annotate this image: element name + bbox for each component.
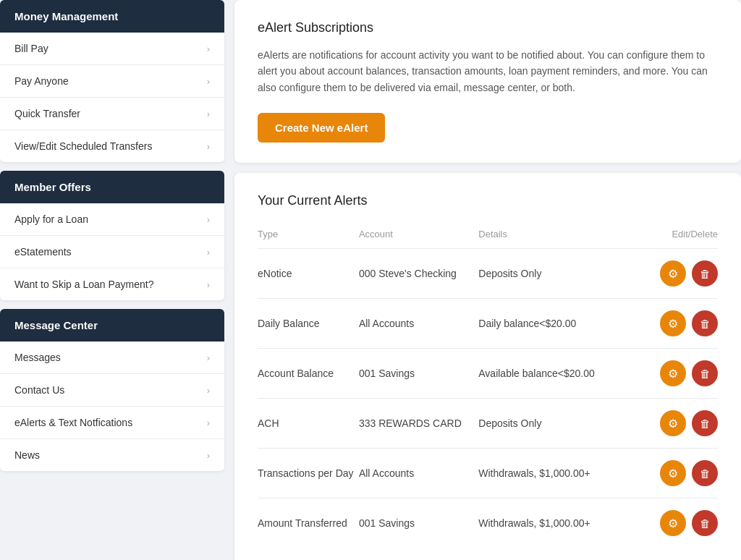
alert-account: 001 Savings bbox=[359, 499, 478, 548]
alert-type: Account Balance bbox=[258, 349, 359, 399]
sidebar-item-news[interactable]: News › bbox=[0, 439, 224, 471]
alert-type: eNotice bbox=[258, 249, 359, 299]
sidebar-item-skip-loan[interactable]: Want to Skip a Loan Payment? › bbox=[0, 268, 224, 300]
table-row: Daily Balance All Accounts Daily balance… bbox=[258, 299, 718, 349]
edit-alert-button[interactable]: ⚙ bbox=[660, 310, 686, 336]
create-ealert-button[interactable]: Create New eAlert bbox=[258, 113, 385, 143]
trash-icon: 🗑 bbox=[700, 268, 711, 280]
col-header-details: Details bbox=[478, 223, 644, 249]
sidebar-section-message-center: Message Center Messages › Contact Us › e… bbox=[0, 309, 224, 471]
sidebar-item-label: Quick Transfer bbox=[14, 108, 80, 119]
sidebar-menu-message-center: Messages › Contact Us › eAlerts & Text N… bbox=[0, 341, 224, 471]
sidebar-item-messages[interactable]: Messages › bbox=[0, 341, 224, 374]
sidebar-menu-member-offers: Apply for a Loan › eStatements › Want to… bbox=[0, 203, 224, 300]
delete-alert-button[interactable]: 🗑 bbox=[692, 260, 718, 287]
alert-account: All Accounts bbox=[359, 449, 478, 499]
table-row: ACH 333 REWARDS CARD Deposits Only ⚙ 🗑 bbox=[258, 399, 718, 449]
chevron-right-icon: › bbox=[207, 214, 210, 225]
table-row: Transactions per Day All Accounts Withdr… bbox=[258, 449, 718, 499]
alert-actions: ⚙ 🗑 bbox=[644, 499, 718, 548]
gear-icon: ⚙ bbox=[668, 467, 678, 480]
sidebar-item-label: Bill Pay bbox=[14, 43, 48, 54]
alert-account: 001 Savings bbox=[359, 349, 478, 399]
alert-type: Transactions per Day bbox=[258, 449, 359, 499]
sidebar-item-label: Contact Us bbox=[14, 384, 64, 396]
gear-icon: ⚙ bbox=[668, 317, 678, 331]
sidebar-item-label: Apply for a Loan bbox=[14, 213, 88, 225]
gear-icon: ⚙ bbox=[668, 367, 678, 381]
edit-alert-button[interactable]: ⚙ bbox=[660, 260, 686, 287]
main-content: eAlert Subscriptions eAlerts are notific… bbox=[224, 0, 741, 560]
alert-actions: ⚙ 🗑 bbox=[644, 249, 718, 299]
sidebar-item-apply-loan[interactable]: Apply for a Loan › bbox=[0, 203, 224, 236]
trash-icon: 🗑 bbox=[700, 467, 711, 480]
alert-actions: ⚙ 🗑 bbox=[644, 399, 718, 449]
alert-actions: ⚙ 🗑 bbox=[644, 349, 718, 399]
delete-alert-button[interactable]: 🗑 bbox=[692, 410, 718, 436]
alert-details: Withdrawals, $1,000.00+ bbox=[478, 499, 644, 548]
trash-icon: 🗑 bbox=[700, 368, 711, 380]
sidebar: Money Management Bill Pay › Pay Anyone ›… bbox=[0, 0, 224, 560]
delete-alert-button[interactable]: 🗑 bbox=[692, 360, 718, 386]
delete-alert-button[interactable]: 🗑 bbox=[692, 510, 718, 536]
chevron-right-icon: › bbox=[207, 43, 210, 54]
trash-icon: 🗑 bbox=[700, 318, 711, 330]
table-row: Account Balance 001 Savings Available ba… bbox=[258, 349, 718, 399]
alert-type: Amount Transferred bbox=[258, 499, 359, 548]
sidebar-header-money-management: Money Management bbox=[0, 0, 224, 33]
alert-account: 333 REWARDS CARD bbox=[359, 399, 478, 449]
trash-icon: 🗑 bbox=[700, 517, 711, 530]
alert-details: Daily balance<$20.00 bbox=[478, 299, 644, 349]
current-alerts-card: Your Current Alerts Type Account Details… bbox=[234, 173, 741, 560]
sidebar-item-bill-pay[interactable]: Bill Pay › bbox=[0, 33, 224, 65]
alert-details: Deposits Only bbox=[478, 399, 644, 449]
alerts-table: Type Account Details Edit/Delete eNotice… bbox=[258, 223, 718, 548]
chevron-right-icon: › bbox=[207, 247, 210, 258]
chevron-right-icon: › bbox=[207, 385, 210, 396]
sidebar-item-label: Messages bbox=[14, 352, 61, 363]
sidebar-item-view-edit-transfers[interactable]: View/Edit Scheduled Transfers › bbox=[0, 130, 224, 162]
chevron-right-icon: › bbox=[207, 141, 210, 152]
chevron-right-icon: › bbox=[207, 279, 210, 290]
gear-icon: ⚙ bbox=[668, 417, 678, 430]
alert-type: ACH bbox=[258, 399, 359, 449]
alert-details: Withdrawals, $1,000.00+ bbox=[478, 449, 644, 499]
sidebar-section-member-offers: Member Offers Apply for a Loan › eStatem… bbox=[0, 171, 224, 300]
ealert-card-title: eAlert Subscriptions bbox=[258, 20, 718, 35]
chevron-right-icon: › bbox=[207, 417, 210, 428]
sidebar-item-contact-us[interactable]: Contact Us › bbox=[0, 374, 224, 407]
edit-alert-button[interactable]: ⚙ bbox=[660, 460, 686, 486]
alert-actions: ⚙ 🗑 bbox=[644, 299, 718, 349]
sidebar-item-estatements[interactable]: eStatements › bbox=[0, 236, 224, 268]
chevron-right-icon: › bbox=[207, 450, 210, 461]
alert-account: All Accounts bbox=[359, 299, 478, 349]
alert-details: Deposits Only bbox=[478, 249, 644, 299]
table-row: Amount Transferred 001 Savings Withdrawa… bbox=[258, 499, 718, 548]
sidebar-item-label: eStatements bbox=[14, 246, 72, 258]
chevron-right-icon: › bbox=[207, 109, 210, 119]
alert-details: Available balance<$20.00 bbox=[478, 349, 644, 399]
sidebar-section-money-management: Money Management Bill Pay › Pay Anyone ›… bbox=[0, 0, 224, 162]
sidebar-header-message-center: Message Center bbox=[0, 309, 224, 341]
alert-actions: ⚙ 🗑 bbox=[644, 449, 718, 499]
delete-alert-button[interactable]: 🗑 bbox=[692, 460, 718, 486]
ealert-subscriptions-card: eAlert Subscriptions eAlerts are notific… bbox=[234, 0, 741, 163]
gear-icon: ⚙ bbox=[668, 517, 678, 530]
gear-icon: ⚙ bbox=[668, 267, 678, 281]
col-header-account: Account bbox=[359, 223, 478, 249]
alert-type: Daily Balance bbox=[258, 299, 359, 349]
sidebar-item-label: News bbox=[14, 449, 40, 461]
edit-alert-button[interactable]: ⚙ bbox=[660, 360, 686, 386]
edit-alert-button[interactable]: ⚙ bbox=[660, 410, 686, 436]
alert-account: 000 Steve's Checking bbox=[359, 249, 478, 299]
delete-alert-button[interactable]: 🗑 bbox=[692, 310, 718, 336]
sidebar-item-pay-anyone[interactable]: Pay Anyone › bbox=[0, 65, 224, 98]
trash-icon: 🗑 bbox=[700, 417, 711, 430]
sidebar-menu-money-management: Bill Pay › Pay Anyone › Quick Transfer ›… bbox=[0, 33, 224, 162]
sidebar-item-quick-transfer[interactable]: Quick Transfer › bbox=[0, 98, 224, 130]
sidebar-item-ealerts-text[interactable]: eAlerts & Text Notfications › bbox=[0, 407, 224, 439]
chevron-right-icon: › bbox=[207, 76, 210, 87]
sidebar-header-member-offers: Member Offers bbox=[0, 171, 224, 203]
sidebar-item-label: Want to Skip a Loan Payment? bbox=[14, 279, 153, 290]
edit-alert-button[interactable]: ⚙ bbox=[660, 510, 686, 536]
